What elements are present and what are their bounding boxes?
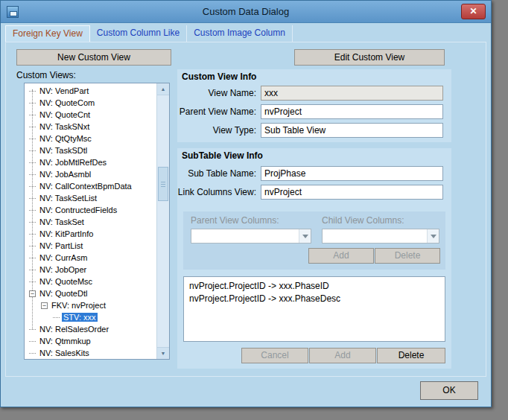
tree-branch-line [29, 246, 36, 246]
cancel-button[interactable]: Cancel [241, 348, 308, 363]
tree-branch-line [29, 186, 36, 187]
link-item[interactable]: nvProject.ProjectID -> xxx.PhaseID [189, 280, 439, 293]
tree-branch-line [29, 198, 36, 199]
tree-item[interactable]: NV: JobAsmbl [25, 168, 156, 180]
sub-table-name-input[interactable] [261, 166, 443, 181]
tree-item-label: NV: Qtmmkup [38, 337, 92, 346]
tree-item-label: NV: RelSalesOrder [38, 325, 110, 334]
tree-branch-line [29, 270, 36, 270]
tree-item-label: NV: CallContextBpmData [38, 182, 133, 191]
tree-item-label: NV: VendPart [38, 86, 90, 95]
tree-item[interactable]: NV: SalesKits [25, 347, 156, 359]
tree-item[interactable]: NV: VendPart [25, 85, 156, 97]
tree-item-label: FKV: nvProject [50, 301, 107, 310]
title-bar[interactable]: Custom Data Dialog ✕ [1, 1, 491, 23]
scroll-down-icon[interactable]: ▼ [157, 347, 169, 359]
subtable-view-info-group: SubTable View Info Sub Table Name: Link … [177, 148, 451, 369]
tree-item[interactable]: −NV: QuoteDtl [25, 287, 156, 299]
new-custom-view-button[interactable]: New Custom View [16, 49, 171, 66]
tree-branch-line [29, 210, 36, 211]
tree-item-label: STV: xxx [62, 313, 98, 322]
tree-item[interactable]: NV: QtQtyMsc [25, 133, 156, 144]
tree-item[interactable]: NV: QuoteMsc [25, 276, 156, 287]
add-button[interactable]: Add [309, 348, 376, 363]
tree-item[interactable]: NV: QuoteCnt [25, 109, 156, 121]
tree-branch-line [29, 281, 36, 282]
app-icon [7, 6, 19, 18]
parent-view-columns-combo[interactable] [191, 229, 311, 244]
tree-item[interactable]: NV: KitPartInfo [25, 228, 156, 240]
link-columns-view-label: Link Columns View: [177, 187, 256, 197]
custom-views-tree[interactable]: NV: VendPartNV: QuoteComNV: QuoteCntNV: … [24, 83, 170, 360]
tab-strip: Foreign Key View Custom Column Like Cust… [5, 25, 293, 42]
tree-item[interactable]: NV: TaskSDtl [25, 144, 156, 156]
parent-view-name-label: Parent View Name: [177, 106, 256, 117]
tree-item-label: NV: TaskSet [38, 217, 86, 226]
scroll-up-icon[interactable]: ▲ [157, 83, 169, 95]
parent-view-columns-label: Parent View Columns: [191, 215, 279, 226]
tree-branch-line [29, 162, 36, 163]
tree-item[interactable]: NV: RelSalesOrder [25, 323, 156, 335]
tree-branch-line [29, 174, 36, 175]
tree-item[interactable]: NV: TaskSet [25, 216, 156, 228]
tree-item-label: NV: TaskSetList [38, 194, 98, 203]
tree-item[interactable]: NV: JobOper [25, 264, 156, 276]
tree-item[interactable]: NV: TaskSetList [25, 192, 156, 204]
view-name-input[interactable] [261, 86, 443, 101]
chevron-down-icon [427, 229, 439, 243]
tree-item[interactable]: NV: JobMtlRefDes [25, 156, 156, 168]
tree-branch-line [29, 341, 36, 342]
tree-item-label: NV: SalesKits [38, 349, 91, 357]
close-button[interactable]: ✕ [461, 4, 486, 19]
add-link-button[interactable]: Add [308, 248, 374, 264]
tab-custom-column-like[interactable]: Custom Column Like [90, 25, 187, 42]
tree-branch-line [29, 115, 36, 115]
collapse-minus-icon[interactable]: − [29, 290, 36, 297]
custom-views-label: Custom Views: [16, 70, 76, 80]
ok-button[interactable]: OK [420, 381, 478, 400]
delete-button[interactable]: Delete [377, 348, 445, 363]
view-type-label: View Type: [177, 125, 256, 136]
tree-item-label: NV: QuoteCnt [38, 110, 92, 119]
tree-item[interactable]: STV: xxx [25, 311, 156, 323]
tree-item[interactable]: NV: Qtmmkup [25, 335, 156, 347]
child-view-columns-label: Child View Columns: [322, 215, 404, 226]
tree-item[interactable]: −FKV: nvProject [25, 299, 156, 311]
tree-item[interactable]: NV: ContructedFields [25, 204, 156, 216]
chevron-down-icon [299, 229, 311, 243]
tree-item[interactable]: NV: TaskSNxt [25, 121, 156, 133]
tree-item[interactable]: NV: CallContextBpmData [25, 180, 156, 192]
tree-scrollbar[interactable]: ▲ ▼ [156, 83, 169, 359]
tree-branch-line [29, 222, 36, 223]
tab-page-foreign-key-view: New Custom View Custom Views: NV: VendPa… [5, 42, 486, 377]
window-title: Custom Data Dialog [1, 1, 491, 22]
link-list[interactable]: nvProject.ProjectID -> xxx.PhaseIDnvProj… [183, 276, 445, 342]
tree-item[interactable]: NV: CurrAsm [25, 252, 156, 264]
tree-item[interactable]: NV: QuoteCom [25, 97, 156, 109]
view-name-label: View Name: [177, 88, 256, 98]
view-type-input[interactable] [261, 123, 443, 138]
parent-view-name-input[interactable] [261, 104, 443, 119]
scroll-thumb[interactable] [158, 167, 168, 201]
subtable-view-info-header: SubTable View Info [182, 150, 263, 161]
tree-item-label: NV: QuoteCom [38, 98, 96, 107]
delete-link-button[interactable]: Delete [375, 248, 440, 264]
tree-item-label: NV: ContructedFields [38, 206, 118, 214]
link-item[interactable]: nvProject.ProjectID -> xxx.PhaseDesc [189, 293, 439, 305]
tree-item-label: NV: TaskSDtl [38, 146, 89, 155]
tree-branch-line [29, 139, 36, 139]
link-columns-view-input[interactable] [261, 185, 443, 200]
tab-custom-image-column[interactable]: Custom Image Column [187, 25, 293, 42]
tree-item-label: NV: CurrAsm [38, 253, 89, 262]
tree-branch-line [29, 258, 36, 258]
tree-item[interactable]: NV: PartList [25, 240, 156, 252]
tab-foreign-key-view[interactable]: Foreign Key View [5, 25, 90, 42]
tree-branch-line [53, 317, 60, 318]
child-view-columns-combo[interactable] [322, 229, 439, 244]
tree-branch-line [29, 127, 36, 127]
tree-item-label: NV: JobMtlRefDes [38, 158, 108, 167]
tree-item-label: NV: QuoteMsc [38, 277, 94, 286]
collapse-minus-icon[interactable]: − [41, 302, 48, 309]
custom-data-dialog-window: Custom Data Dialog ✕ Foreign Key View Cu… [0, 0, 492, 407]
edit-custom-view-button[interactable]: Edit Custom View [294, 49, 445, 66]
